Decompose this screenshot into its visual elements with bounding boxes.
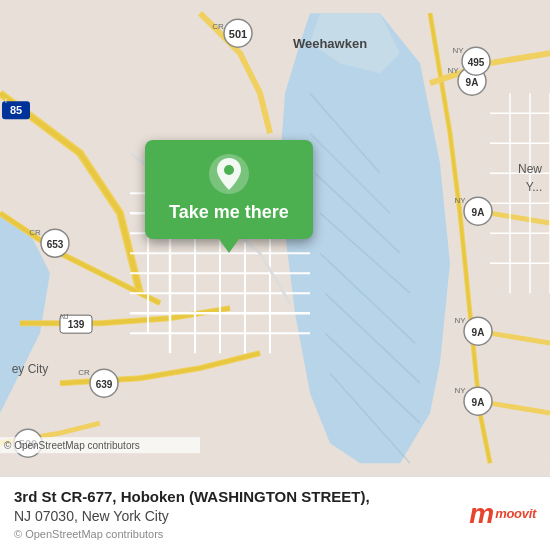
svg-text:139: 139 (68, 319, 85, 330)
app-container: 501 CR 85 I 653 CR 139 NJ 9A NY 495 NY (0, 0, 550, 550)
svg-text:CR: CR (212, 22, 224, 31)
svg-text:© OpenStreetMap contributors: © OpenStreetMap contributors (4, 440, 140, 451)
moovit-brand-label: moovit (495, 506, 536, 521)
bottom-bar: 3rd St CR-677, Hoboken (WASHINGTON STREE… (0, 476, 550, 550)
svg-text:Weehawken: Weehawken (293, 36, 367, 51)
svg-point-74 (224, 165, 234, 175)
moovit-logo: m moovit (469, 500, 536, 528)
take-me-there-popup[interactable]: Take me there (145, 140, 313, 239)
svg-text:653: 653 (47, 239, 64, 250)
moovit-m-icon: m (469, 500, 494, 528)
svg-text:9A: 9A (472, 397, 485, 408)
svg-text:9A: 9A (472, 327, 485, 338)
address-line2: NJ 07030, New York City (14, 507, 457, 525)
svg-text:I: I (5, 97, 7, 104)
svg-text:NY: NY (447, 66, 459, 75)
svg-text:501: 501 (229, 28, 247, 40)
svg-text:Y...: Y... (526, 180, 542, 194)
svg-text:CR: CR (29, 228, 41, 237)
popup-label: Take me there (169, 202, 289, 223)
svg-text:ey City: ey City (12, 362, 49, 376)
svg-text:NY: NY (452, 46, 464, 55)
svg-text:9A: 9A (466, 77, 479, 88)
map-area: 501 CR 85 I 653 CR 139 NJ 9A NY 495 NY (0, 0, 550, 476)
svg-text:CR: CR (78, 368, 90, 377)
osm-credit: © OpenStreetMap contributors (14, 528, 457, 540)
address-block: 3rd St CR-677, Hoboken (WASHINGTON STREE… (14, 487, 457, 540)
svg-text:NY: NY (454, 316, 466, 325)
svg-text:9A: 9A (472, 207, 485, 218)
address-line1: 3rd St CR-677, Hoboken (WASHINGTON STREE… (14, 487, 457, 507)
svg-text:495: 495 (468, 57, 485, 68)
svg-text:New: New (518, 162, 542, 176)
location-pin-icon (207, 152, 251, 196)
svg-text:639: 639 (96, 379, 113, 390)
svg-text:NY: NY (454, 196, 466, 205)
svg-text:NY: NY (454, 386, 466, 395)
svg-text:NJ: NJ (60, 313, 69, 320)
svg-text:85: 85 (10, 104, 22, 116)
